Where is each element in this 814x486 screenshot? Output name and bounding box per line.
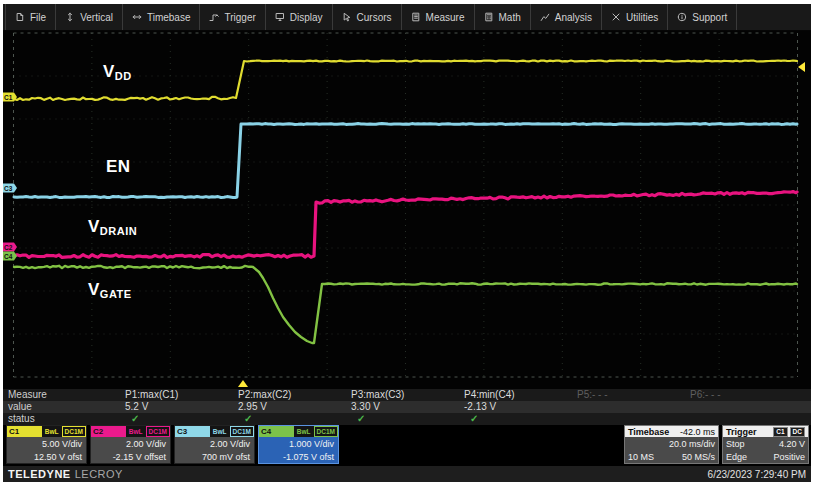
file-icon [15, 12, 25, 22]
measure-col-p2-status: ✓ [236, 413, 349, 425]
channel-descriptor-c2[interactable]: C2BwLDC1M2.00 V/div-2.15 V offset [90, 425, 171, 464]
channel-offset-marker-c4[interactable]: C4 [3, 252, 17, 261]
vertical-arrows-icon [65, 12, 75, 22]
menu-item-trigger[interactable]: Trigger [200, 4, 265, 30]
menu-item-file[interactable]: File [5, 4, 56, 30]
measure-col-p6-header[interactable]: P6:- - - [688, 389, 801, 401]
calculator-icon [484, 12, 494, 22]
trigger-mode: Stop [726, 437, 745, 450]
wave-label-vdd: VDD [103, 62, 132, 82]
menu-item-label: Cursors [357, 12, 392, 23]
channel-offset: -2.15 V offset [91, 450, 170, 463]
trigger-type: Edge [726, 450, 747, 463]
menu-item-label: Timebase [147, 12, 191, 23]
timebase-title: Timebase [628, 427, 669, 437]
status-bar: TELEDYNELECROY 6/23/2023 7:29:40 PM [3, 466, 811, 482]
menu-item-support[interactable]: Support [668, 4, 737, 30]
trace-c3-en [14, 124, 797, 198]
channel-badge-dc1m: DC1M [62, 426, 86, 437]
channel-offset: -1.075 V ofst [259, 450, 338, 463]
channel-badge-dc1m: DC1M [146, 426, 170, 437]
measure-row-label: Measure [3, 389, 123, 401]
menu-item-timebase[interactable]: Timebase [123, 4, 201, 30]
timebase-samples: 10 MS [628, 450, 654, 463]
cursor-pointer-icon [342, 12, 352, 22]
channel-descriptor-c1[interactable]: C1BwLDC1M5.00 V/div12.50 V ofst [6, 425, 87, 464]
menu-item-label: Math [499, 12, 521, 23]
channel-offset-marker-c3[interactable]: C3 [3, 184, 17, 193]
measure-col-p1-status: ✓ [123, 413, 236, 425]
trigger-edge-icon [209, 12, 219, 22]
channel-scale: 2.00 V/div [91, 437, 170, 450]
menubar: FileVerticalTimebaseTriggerDisplayCursor… [3, 4, 811, 31]
svg-text:C4: C4 [4, 253, 13, 260]
measure-icon [411, 12, 421, 22]
channel-scale: 2.00 V/div [175, 437, 254, 450]
timebase-scale: 20.0 ms/div [669, 437, 715, 450]
measure-col-p6-value [688, 401, 801, 413]
menu-item-analysis[interactable]: Analysis [531, 4, 602, 30]
svg-text:C3: C3 [4, 185, 13, 192]
wave-label-vgate: VGATE [88, 280, 132, 300]
trigger-level-marker[interactable] [798, 62, 805, 72]
channel-descriptor-c3[interactable]: C3BwLDC1M2.00 V/div700 mV ofst [174, 425, 255, 464]
menu-item-label: Display [290, 12, 323, 23]
measure-col-p3-status: ✓ [349, 413, 462, 425]
menu-item-cursors[interactable]: Cursors [333, 4, 402, 30]
menu-item-label: Trigger [224, 12, 255, 23]
menu-item-label: Utilities [626, 12, 658, 23]
channel-offset-marker-c2[interactable]: C2 [3, 243, 17, 252]
trigger-time-marker[interactable] [238, 380, 248, 387]
measure-col-p5-header[interactable]: P5:- - - [575, 389, 688, 401]
measure-col-p5-status [575, 413, 688, 425]
trigger-source-badge: C1 [773, 427, 787, 437]
channel-scale: 1.000 V/div [259, 437, 338, 450]
channel-badge-bwl: BwL [295, 426, 313, 437]
trigger-descriptor[interactable]: Trigger C1 DC Stop 4.20 V Edge Positive [722, 425, 809, 464]
info-icon [677, 12, 687, 22]
timebase-rate: 50 MS/s [682, 450, 715, 463]
clock: 6/23/2023 7:29:40 PM [708, 469, 806, 480]
channel-badge-bwl: BwL [211, 426, 229, 437]
channel-badge-bwl: BwL [43, 426, 61, 437]
measure-col-p6-status [688, 413, 801, 425]
trigger-coupling-badge: DC [790, 427, 805, 437]
channel-label: C4 [259, 426, 294, 437]
waveform-plot-area: C1C3C2C4 VDDENVDRAINVGATE [3, 31, 811, 389]
measure-col-p4-header[interactable]: P4:min(C4) [462, 389, 575, 401]
measure-col-p1-value: 5.2 V [123, 401, 236, 413]
timebase-descriptor[interactable]: Timebase -42.0 ms 20.0 ms/div 10 MS 50 M… [624, 425, 719, 464]
menu-item-vertical[interactable]: Vertical [56, 4, 123, 30]
measure-col-p5-value [575, 401, 688, 413]
menu-item-display[interactable]: Display [266, 4, 333, 30]
menu-item-label: Vertical [80, 12, 113, 23]
menu-item-measure[interactable]: Measure [402, 4, 475, 30]
channel-descriptor-c4[interactable]: C4BwLDC1M1.000 V/div-1.075 V ofst [258, 425, 339, 464]
trigger-level: 4.20 V [779, 437, 805, 450]
tools-icon [611, 12, 621, 22]
measure-col-p3-value: 3.30 V [349, 401, 462, 413]
horizontal-arrows-icon [132, 12, 142, 22]
measure-col-p2-header[interactable]: P2:max(C2) [236, 389, 349, 401]
menu-item-label: Analysis [555, 12, 592, 23]
measure-col-p3-header[interactable]: P3:max(C3) [349, 389, 462, 401]
measure-col-p2-value: 2.95 V [236, 401, 349, 413]
channel-offset: 700 mV ofst [175, 450, 254, 463]
channel-badge-dc1m: DC1M [314, 426, 338, 437]
brand-logo: TELEDYNELECROY [8, 468, 123, 480]
channel-label: C2 [91, 426, 126, 437]
timebase-delay: -42.0 ms [680, 427, 715, 437]
svg-text:C2: C2 [4, 244, 13, 251]
wave-label-en: EN [106, 157, 131, 177]
menu-item-label: File [30, 12, 46, 23]
value-row-label: value [3, 401, 123, 413]
svg-text:C1: C1 [4, 94, 13, 101]
channel-offset: 12.50 V ofst [7, 450, 86, 463]
measure-col-p4-value: -2.13 V [462, 401, 575, 413]
trigger-title: Trigger [726, 427, 757, 437]
channel-label: C1 [7, 426, 42, 437]
channel-badge-bwl: BwL [127, 426, 145, 437]
measure-col-p1-header[interactable]: P1:max(C1) [123, 389, 236, 401]
menu-item-math[interactable]: Math [475, 4, 531, 30]
menu-item-utilities[interactable]: Utilities [602, 4, 668, 30]
